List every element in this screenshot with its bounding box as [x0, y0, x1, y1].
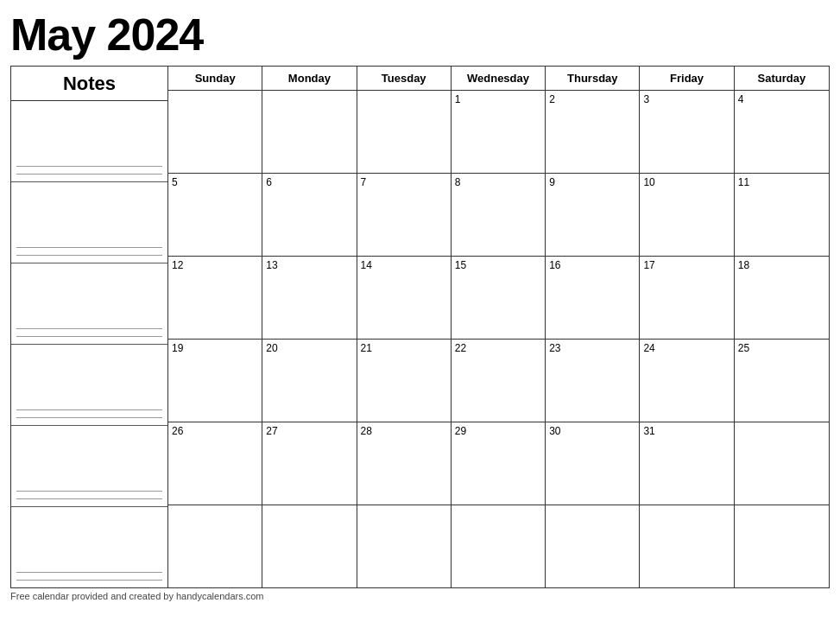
notes-header: Notes	[11, 67, 167, 101]
week-row-4: 19202122232425	[168, 340, 829, 422]
day-cell: 7	[357, 174, 452, 256]
page-title: May 2024	[10, 9, 830, 60]
day-number: 10	[643, 176, 654, 188]
day-number: 15	[455, 259, 466, 271]
notes-line	[16, 580, 162, 581]
day-number: 24	[643, 342, 654, 354]
day-cell: 30	[546, 422, 640, 505]
notes-line	[16, 255, 162, 256]
day-cell: 25	[735, 340, 829, 422]
day-cell: 11	[735, 174, 829, 256]
day-number: 28	[361, 425, 372, 437]
day-cell: 28	[357, 422, 452, 505]
day-cell: 29	[452, 422, 546, 505]
week-row-1: 1234	[168, 91, 829, 174]
day-cell: 17	[640, 257, 734, 339]
notes-row-5	[11, 426, 167, 507]
day-cell: 22	[452, 340, 546, 422]
day-cell: 16	[546, 257, 640, 339]
day-cell	[546, 505, 640, 587]
day-cell	[262, 505, 357, 587]
day-cell	[357, 505, 452, 587]
day-cell: 31	[640, 422, 734, 505]
day-cell: 10	[640, 174, 734, 256]
day-number: 8	[455, 176, 461, 188]
day-number: 14	[361, 259, 372, 271]
day-number: 31	[643, 425, 654, 437]
day-header: Tuesday	[357, 67, 452, 90]
calendar-grid: SundayMondayTuesdayWednesdayThursdayFrid…	[168, 67, 829, 587]
day-number: 4	[738, 93, 744, 105]
day-number: 13	[266, 259, 277, 271]
week-row-5: 262728293031	[168, 422, 829, 505]
footer-text: Free calendar provided and created by ha…	[10, 591, 830, 601]
day-number: 16	[549, 259, 560, 271]
day-header: Saturday	[735, 67, 829, 90]
notes-line	[16, 166, 162, 167]
day-number: 5	[172, 176, 178, 188]
day-cell: 14	[357, 257, 452, 339]
day-number: 23	[549, 342, 560, 354]
notes-line	[16, 409, 162, 410]
day-number: 3	[643, 93, 649, 105]
day-cell	[735, 422, 829, 505]
day-cell: 2	[546, 91, 640, 173]
notes-row-2	[11, 182, 167, 263]
notes-line	[16, 491, 162, 492]
day-cell: 13	[262, 257, 357, 339]
notes-column: Notes	[11, 67, 168, 587]
day-cell: 5	[168, 174, 262, 256]
notes-line	[16, 247, 162, 248]
week-rows: 1234567891011121314151617181920212223242…	[168, 91, 829, 587]
day-cell: 24	[640, 340, 734, 422]
notes-row-4	[11, 345, 167, 426]
day-header: Sunday	[168, 67, 262, 90]
day-cell: 1	[452, 91, 546, 173]
notes-line	[16, 498, 162, 499]
day-cell: 21	[357, 340, 452, 422]
day-number: 19	[172, 342, 183, 354]
day-cell: 12	[168, 257, 262, 339]
day-number: 11	[738, 176, 749, 188]
day-number: 22	[455, 342, 466, 354]
day-cell	[357, 91, 452, 173]
day-number: 18	[738, 259, 749, 271]
day-cell	[262, 91, 357, 173]
week-row-2: 567891011	[168, 174, 829, 257]
day-number: 17	[643, 259, 654, 271]
calendar-wrapper: Notes	[10, 66, 830, 588]
day-number: 12	[172, 259, 183, 271]
day-cell	[168, 91, 262, 173]
day-headers: SundayMondayTuesdayWednesdayThursdayFrid…	[168, 67, 829, 91]
day-header: Wednesday	[452, 67, 546, 90]
day-cell: 4	[735, 91, 829, 173]
day-cell: 15	[452, 257, 546, 339]
day-cell: 9	[546, 174, 640, 256]
day-cell: 26	[168, 422, 262, 505]
day-number: 30	[549, 425, 560, 437]
day-number: 21	[361, 342, 372, 354]
day-number: 20	[266, 342, 277, 354]
notes-label: Notes	[63, 73, 116, 95]
day-number: 29	[455, 425, 466, 437]
day-header: Friday	[640, 67, 734, 90]
week-row-6	[168, 505, 829, 587]
notes-line	[16, 572, 162, 573]
day-cell: 18	[735, 257, 829, 339]
day-cell: 20	[262, 340, 357, 422]
day-cell: 3	[640, 91, 734, 173]
day-cell	[735, 505, 829, 587]
day-cell: 27	[262, 422, 357, 505]
day-number: 6	[266, 176, 272, 188]
day-cell: 8	[452, 174, 546, 256]
notes-line	[16, 328, 162, 329]
notes-line	[16, 417, 162, 418]
notes-row-3	[11, 263, 167, 345]
day-number: 26	[172, 425, 183, 437]
day-cell	[452, 505, 546, 587]
day-cell: 6	[262, 174, 357, 256]
day-number: 1	[455, 93, 461, 105]
notes-row-6	[11, 507, 167, 587]
day-number: 2	[549, 93, 555, 105]
day-cell: 19	[168, 340, 262, 422]
